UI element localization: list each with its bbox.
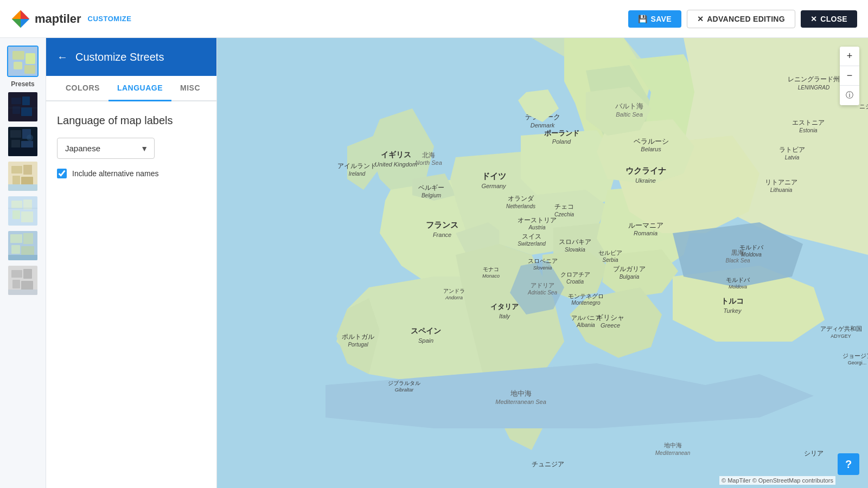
svg-rect-24 [11, 166, 22, 174]
svg-text:Black Sea: Black Sea [725, 258, 750, 264]
svg-text:北海: 北海 [422, 151, 435, 159]
preset-blue-topo[interactable] [7, 230, 39, 261]
svg-rect-21 [8, 147, 39, 157]
svg-text:モンテネグロ: モンテネグロ [568, 293, 604, 299]
svg-text:Portugal: Portugal [348, 342, 368, 348]
svg-text:地中海: 地中海 [510, 389, 532, 397]
svg-text:アイルランド: アイルランド [337, 162, 376, 170]
svg-text:ギリシャ: ギリシャ [596, 313, 624, 322]
svg-rect-26 [12, 176, 20, 184]
svg-rect-33 [21, 211, 33, 222]
svg-text:イギリス: イギリス [381, 150, 411, 159]
customize-panel: ← Customize Streets COLORS LANGUAGE MISC… [46, 38, 217, 488]
svg-text:Czechia: Czechia [554, 211, 575, 217]
alt-names-label[interactable]: Include alternative names [72, 169, 159, 178]
save-icon: 💾 [638, 15, 647, 23]
preset-sand[interactable] [7, 160, 39, 192]
map-canvas: 北海 North Sea イギリス United Kingdom アイルランド … [217, 38, 868, 488]
logo-text: maptiler [35, 12, 81, 26]
svg-text:Ukraine: Ukraine [635, 177, 656, 184]
svg-text:チュニジア: チュニジア [532, 460, 564, 468]
preset-dark-blue[interactable] [7, 126, 39, 157]
svg-text:リトアニア: リトアニア [765, 178, 797, 186]
svg-rect-14 [21, 107, 32, 116]
preset-grey[interactable] [7, 265, 39, 296]
back-button[interactable]: ← [57, 52, 68, 62]
save-button[interactable]: 💾 SAVE [628, 10, 681, 28]
svg-text:Croatia: Croatia [566, 279, 584, 285]
help-icon: ? [845, 458, 852, 471]
svg-text:Turkey: Turkey [724, 307, 742, 314]
svg-rect-17 [10, 130, 21, 138]
tab-language[interactable]: LANGUAGE [108, 76, 171, 101]
svg-text:Romania: Romania [634, 230, 658, 236]
svg-text:Lithuania: Lithuania [770, 187, 793, 193]
tabs-bar: COLORS LANGUAGE MISC [46, 76, 216, 101]
svg-text:Germany: Germany [481, 183, 507, 189]
customize-badge: CUSTOMIZE [88, 15, 132, 23]
preset-dark[interactable] [7, 91, 39, 123]
svg-rect-32 [12, 210, 20, 219]
zoom-in-button[interactable]: + [840, 47, 859, 66]
svg-text:チェコ: チェコ [554, 203, 574, 210]
advanced-editing-button[interactable]: ✕ ADVANCED EDITING [687, 10, 795, 28]
close-icon: ✕ [810, 15, 817, 23]
svg-rect-13 [12, 106, 20, 114]
svg-text:シリア: シリア [804, 450, 824, 457]
svg-text:Denmark: Denmark [531, 122, 555, 129]
svg-rect-28 [8, 184, 39, 192]
svg-text:ポーランド: ポーランド [544, 129, 579, 137]
svg-text:クロアチア: クロアチア [560, 271, 590, 278]
svg-text:アンドラ: アンドラ [443, 288, 465, 294]
presets-panel: Presets [0, 38, 46, 488]
svg-text:Monaco: Monaco [482, 273, 500, 279]
svg-text:LENINGRAD: LENINGRAD [798, 85, 829, 91]
tab-colors[interactable]: COLORS [57, 76, 108, 101]
svg-text:North Sea: North Sea [415, 159, 442, 166]
svg-rect-12 [22, 97, 30, 105]
svg-text:ポルトガル: ポルトガル [342, 333, 374, 341]
alt-names-row: Include alternative names [57, 169, 206, 178]
svg-text:地中海: 地中海 [663, 442, 682, 448]
svg-text:Poland: Poland [552, 138, 571, 145]
svg-text:Georgi...: Georgi... [848, 360, 867, 365]
language-section: Language of map labels Local English Jap… [57, 114, 206, 178]
svg-text:Baltic Sea: Baltic Sea [616, 111, 643, 118]
svg-text:ラトビア: ラトビア [779, 146, 805, 153]
svg-text:レニングラード州: レニングラード州 [788, 75, 840, 83]
maptiler-logo [11, 9, 30, 29]
alt-names-checkbox[interactable] [57, 169, 67, 178]
svg-text:Latvia: Latvia [785, 155, 800, 160]
zoom-out-button[interactable]: − [840, 66, 859, 86]
map-info-button[interactable]: ⓘ [840, 86, 859, 105]
presets-label: Presets [11, 80, 34, 88]
svg-text:モナコ: モナコ [483, 266, 499, 272]
svg-text:Spain: Spain [418, 337, 433, 344]
svg-text:ベラルーシ: ベラルーシ [634, 137, 669, 145]
map-area[interactable]: 北海 North Sea イギリス United Kingdom アイルランド … [217, 38, 868, 488]
svg-text:United Kingdom: United Kingdom [375, 161, 417, 168]
preset-light-blue[interactable] [7, 195, 39, 227]
svg-text:Estonia: Estonia [799, 127, 818, 133]
preset-thumb-active[interactable] [7, 46, 39, 77]
svg-rect-25 [23, 165, 32, 175]
svg-rect-30 [11, 201, 22, 208]
svg-text:Slovenia: Slovenia [533, 265, 552, 271]
svg-text:スペイン: スペイン [411, 326, 441, 335]
help-button[interactable]: ? [838, 453, 859, 475]
svg-rect-8 [14, 62, 22, 69]
svg-text:Italy: Italy [499, 313, 511, 319]
svg-text:Greece: Greece [601, 322, 620, 329]
svg-point-22 [27, 134, 33, 141]
svg-text:ルーマニア: ルーマニア [628, 221, 663, 229]
svg-text:スロベニア: スロベニア [528, 258, 558, 264]
map-controls: + − ⓘ [840, 47, 859, 105]
language-select[interactable]: Local English Japanese French German Spa… [57, 138, 155, 159]
svg-text:スロバキア: スロバキア [559, 238, 591, 246]
svg-text:フランス: フランス [426, 220, 458, 229]
svg-text:バルト海: バルト海 [615, 102, 643, 110]
tab-misc[interactable]: MISC [171, 76, 209, 101]
svg-rect-11 [11, 98, 21, 104]
close-button[interactable]: ✕ CLOSE [801, 10, 857, 28]
svg-marker-4 [21, 19, 29, 28]
